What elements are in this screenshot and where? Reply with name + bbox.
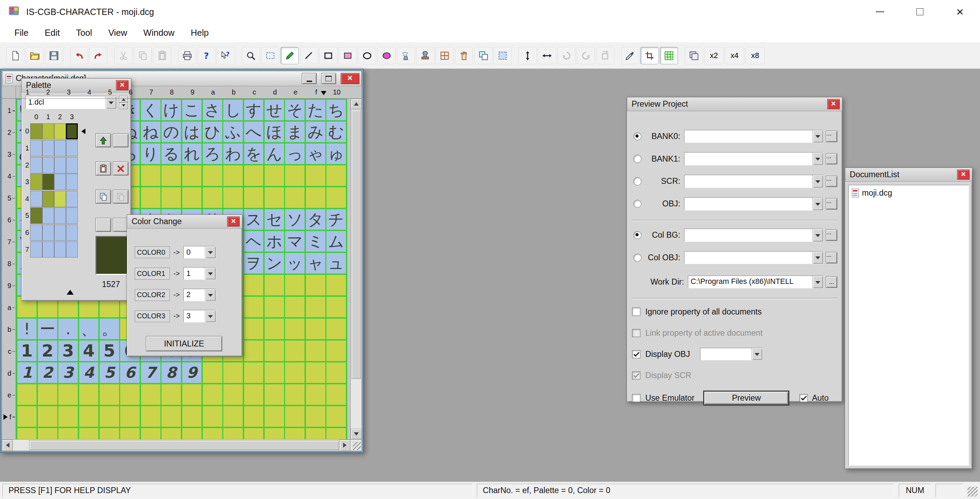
char-tile[interactable]: 1 (18, 362, 37, 383)
palette-swatch[interactable] (66, 157, 78, 174)
preview-button[interactable]: Preview (703, 391, 789, 405)
zoom-x2-button[interactable]: x2 (704, 47, 724, 64)
spray-tool-button[interactable] (397, 47, 415, 64)
char-tile[interactable] (244, 166, 264, 186)
scroll-up-button[interactable] (351, 99, 362, 110)
browse-button[interactable]: ... (826, 153, 837, 164)
char-tile[interactable]: . (58, 319, 78, 339)
cut-button[interactable] (114, 47, 132, 64)
browse-button[interactable]: ... (826, 252, 837, 263)
char-tile[interactable] (141, 428, 161, 440)
zoom-x4-button[interactable]: x4 (725, 47, 744, 64)
zoom-x8-button[interactable]: x8 (746, 47, 765, 64)
char-tile[interactable]: 6 (120, 362, 140, 383)
char-tile[interactable] (326, 362, 346, 383)
palette-copy-disabled-button[interactable] (113, 190, 129, 204)
palette-delete-button[interactable] (113, 162, 129, 175)
char-tile[interactable]: わ (223, 143, 243, 164)
chevron-down-icon[interactable] (812, 229, 823, 242)
vertical-scroll-thumb[interactable] (351, 110, 361, 379)
chevron-down-icon[interactable] (812, 252, 823, 264)
char-tile[interactable] (182, 406, 202, 427)
char-tile[interactable] (244, 341, 264, 361)
mdi-close-button[interactable] (340, 73, 360, 84)
char-tile[interactable] (285, 341, 305, 361)
zoom-tool-button[interactable] (242, 47, 260, 64)
menu-tool[interactable]: Tool (68, 26, 100, 40)
open-folder-button[interactable] (26, 47, 44, 64)
char-tile[interactable] (100, 384, 119, 405)
char-tile[interactable]: れ (182, 143, 202, 164)
palette-copy-button[interactable] (95, 190, 111, 204)
char-tile[interactable] (203, 166, 222, 186)
hand-tool-button[interactable] (455, 47, 473, 64)
char-tile[interactable] (141, 166, 161, 186)
palette-swatch[interactable] (54, 157, 66, 174)
eyedropper-button[interactable] (621, 47, 640, 64)
palette-swatch[interactable] (30, 191, 42, 207)
char-tile[interactable] (203, 428, 222, 440)
char-tile[interactable]: り (141, 143, 161, 164)
char-tile[interactable]: っ (285, 143, 305, 164)
chevron-down-icon[interactable] (205, 289, 216, 301)
palette-swatch[interactable] (42, 174, 54, 190)
char-tile[interactable]: ゃ (306, 143, 325, 164)
char-tile[interactable]: を (244, 143, 264, 164)
preview-project-titlebar[interactable]: Preview Project (627, 97, 842, 111)
display-obj-combobox[interactable] (700, 348, 763, 360)
char-tile[interactable] (18, 384, 37, 405)
work-dir-combobox[interactable]: C:\Program Files (x86)\INTELL (688, 276, 823, 289)
palette-swatch[interactable] (30, 174, 42, 190)
radio-colbg[interactable] (633, 231, 641, 239)
work-dir-browse-button[interactable]: ... (826, 276, 837, 287)
chevron-down-icon[interactable] (812, 153, 823, 165)
char-tile[interactable]: 3 (58, 362, 78, 383)
char-tile[interactable] (285, 187, 305, 208)
char-tile[interactable] (161, 384, 181, 405)
char-tile[interactable]: 。 (100, 319, 119, 339)
char-tile[interactable]: ゅ (326, 143, 346, 164)
char-tile[interactable] (203, 362, 222, 383)
char-tile[interactable] (285, 275, 305, 295)
radio-bank1[interactable] (633, 155, 641, 163)
char-tile[interactable] (265, 187, 284, 208)
char-tile[interactable] (326, 384, 346, 405)
menu-view[interactable]: View (100, 26, 135, 40)
palette-swatch[interactable] (54, 191, 66, 207)
char-tile[interactable] (265, 428, 284, 440)
menu-help[interactable]: Help (183, 26, 217, 40)
mdi-maximize-button[interactable] (321, 73, 336, 84)
char-tile[interactable] (100, 406, 119, 427)
grid-toggle-button[interactable] (660, 47, 678, 64)
char-tile[interactable] (58, 428, 78, 440)
char-tile[interactable]: 3 (58, 341, 78, 361)
mdi-minimize-button[interactable] (302, 73, 317, 84)
palette-swatch[interactable] (54, 140, 66, 156)
palette-swatch[interactable] (54, 242, 66, 258)
palette-swatch[interactable] (30, 123, 42, 140)
palette-blank-button-3[interactable] (113, 218, 129, 232)
chevron-down-icon[interactable] (751, 348, 762, 360)
char-tile[interactable]: ち (326, 100, 346, 120)
char-tile[interactable] (120, 428, 140, 440)
char-tile[interactable]: む (326, 122, 346, 142)
palette-swatch[interactable] (30, 207, 42, 224)
char-tile[interactable]: 4 (79, 341, 99, 361)
copy-button[interactable] (134, 47, 152, 64)
char-tile[interactable] (244, 362, 264, 383)
char-tile[interactable]: け (161, 100, 181, 120)
ellipse-tool-button[interactable] (358, 47, 376, 64)
char-tile[interactable]: 4 (79, 362, 99, 383)
tile-select-tool-button[interactable] (436, 47, 453, 64)
document-list-item[interactable]: moji.dcg (851, 187, 967, 199)
char-tile[interactable] (203, 406, 222, 427)
palette-swatch[interactable] (66, 140, 78, 156)
palette-swatch[interactable] (30, 242, 42, 258)
char-tile[interactable] (223, 384, 243, 405)
char-tile[interactable] (244, 406, 264, 427)
bank-combobox[interactable] (684, 175, 823, 188)
multi-view-button[interactable] (685, 47, 703, 64)
scroll-down-button[interactable] (351, 429, 362, 440)
color3-select[interactable]: 3 (183, 310, 216, 322)
vertical-scrollbar[interactable] (350, 99, 361, 440)
